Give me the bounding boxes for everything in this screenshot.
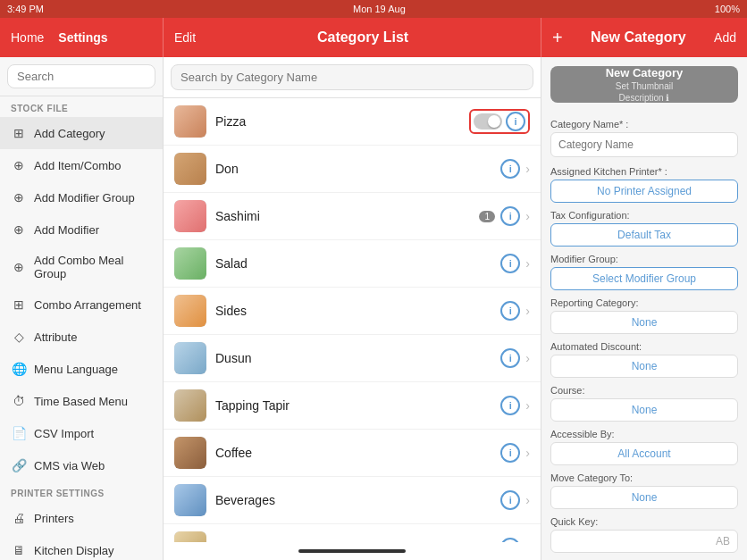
sidebar-label-printers: Printers (34, 512, 74, 525)
automated-discount-label: Automated Discount: (550, 341, 738, 352)
add-button[interactable]: Add (714, 30, 736, 45)
sidebar-item-csv-import[interactable]: 📄 CSV Import (0, 417, 163, 449)
category-list-title: Category List (317, 29, 408, 46)
sashimi-info-button[interactable]: i (500, 206, 520, 226)
quick-key-value[interactable]: AB (550, 530, 738, 553)
category-item-sashimi[interactable]: Sashimi 1 i › (164, 193, 541, 240)
middle-search-container (164, 57, 541, 98)
sidebar-item-add-combo-meal-group[interactable]: ⊕ Add Combo Meal Group (0, 246, 163, 288)
modifier-group-label: Modifier Group: (550, 254, 738, 264)
don-thumb (174, 153, 206, 185)
category-search-input[interactable] (171, 64, 533, 90)
sidebar-item-add-modifier[interactable]: ⊕ Add Modifier (0, 213, 163, 246)
sashimi-thumb (174, 200, 206, 232)
course-label: Course: (550, 385, 738, 396)
no-printer-assigned-button[interactable]: No Printer Assigned (550, 180, 738, 203)
edit-button[interactable]: Edit (174, 30, 196, 45)
coffee-info-button[interactable]: i (500, 443, 520, 463)
category-item-don[interactable]: Don i › (164, 146, 541, 193)
sidebar-label-add-modifier: Add Modifier (34, 223, 99, 237)
sashimi-actions: 1 i › (479, 206, 530, 226)
assigned-printer-label: Assigned Kitchen Printer* : (550, 166, 738, 177)
settings-button[interactable]: Settings (58, 30, 107, 45)
new-category-thumbnail[interactable]: New Category Set Thumbnail Description ℹ (550, 66, 738, 103)
top-nav-left: Home Settings (0, 18, 164, 57)
right-form: Category Name* : Assigned Kitchen Printe… (541, 112, 747, 560)
reporting-category-label: Reporting Category: (550, 297, 738, 308)
sidebar-item-add-item-combo[interactable]: ⊕ Add Item/Combo (0, 149, 163, 181)
printer-settings-label: PRINTER SETTINGS (0, 481, 163, 502)
select-modifier-group-button[interactable]: Select Modifier Group (550, 267, 738, 290)
category-item-sides[interactable]: Sides i › (164, 288, 541, 335)
sidebar-item-attribute[interactable]: ◇ Attribute (0, 321, 163, 353)
sidebar-item-time-based-menu[interactable]: ⏱ Time Based Menu (0, 385, 163, 417)
sidebar-label-time-based-menu: Time Based Menu (34, 395, 128, 408)
pizza-toggle-area: i (469, 109, 530, 134)
plus-circle-icon: ⊕ (11, 157, 27, 173)
category-item-coffee[interactable]: Coffee i › (164, 430, 541, 477)
sidebar-item-cms-via-web[interactable]: 🔗 CMS via Web (0, 449, 163, 481)
move-category-value[interactable]: None (550, 486, 738, 509)
automated-discount-value[interactable]: None (550, 355, 738, 378)
new-category-thumbnail-label: New Category (606, 66, 684, 79)
top-nav-middle: Edit Category List (164, 18, 541, 57)
sidebar-item-printers[interactable]: 🖨 Printers (0, 502, 163, 534)
dusun-info-button[interactable]: i (500, 348, 520, 368)
tapping-tapir-chevron: › (525, 398, 530, 413)
plus-circle-icon-4: ⊕ (11, 259, 27, 275)
sidebar-label-csv-import: CSV Import (34, 427, 94, 440)
new-category-title: New Category (591, 29, 686, 46)
sidebar-item-menu-language[interactable]: 🌐 Menu Language (0, 353, 163, 385)
doc-icon: 📄 (11, 425, 27, 441)
default-tax-button[interactable]: Default Tax (550, 223, 738, 247)
sidebar-item-kitchen-display[interactable]: 🖥 Kitchen Display (0, 534, 163, 560)
salad-thumb (174, 247, 206, 280)
pizza-toggle[interactable] (474, 113, 502, 130)
move-category-label: Move Category To: (550, 472, 738, 483)
category-item-dusun[interactable]: Dusun i › (164, 335, 541, 382)
don-chevron: › (525, 162, 530, 176)
sidebar-item-add-category[interactable]: ⊞ Add Category (0, 117, 163, 149)
tapping-tapir-info-button[interactable]: i (500, 396, 520, 415)
don-info-button[interactable]: i (500, 159, 520, 179)
coffee-thumb (174, 437, 206, 469)
new-category-plus-button[interactable]: + (552, 28, 563, 48)
sidebar-label-add-category: Add Category (34, 127, 105, 140)
stock-file-label: STOCK FILE (0, 96, 163, 117)
category-item-beverages[interactable]: Beverages i › (164, 477, 541, 524)
don-actions: i › (500, 159, 530, 179)
category-list: Pizza i Don i › (164, 98, 541, 542)
sidebar: STOCK FILE ⊞ Add Category ⊕ Add Item/Com… (0, 57, 164, 560)
sidebar-item-combo-arrangement[interactable]: ⊞ Combo Arrangement (0, 288, 163, 321)
beverages-chevron: › (525, 493, 530, 507)
accessible-by-value[interactable]: All Account (550, 442, 738, 465)
clock-icon: ⏱ (11, 393, 27, 409)
coffee-name: Coffee (215, 446, 500, 460)
home-button[interactable]: Home (11, 30, 44, 45)
salad-name: Salad (215, 256, 500, 271)
set-thumbnail-label: Set Thumbnail (616, 81, 673, 91)
tapping-tapir-name: Tapping Tapir (215, 398, 500, 413)
beverages-actions: i › (500, 490, 530, 510)
scroll-indicator-container (164, 542, 541, 560)
category-item-sourdough[interactable]: Sourdough i › (164, 524, 541, 542)
category-item-pizza[interactable]: Pizza i (164, 98, 541, 146)
salad-info-button[interactable]: i (500, 254, 520, 273)
beverages-info-button[interactable]: i (500, 490, 520, 510)
plus-circle-icon-3: ⊕ (11, 221, 27, 238)
coffee-actions: i › (500, 443, 530, 463)
category-name-input[interactable] (550, 132, 738, 157)
sides-info-button[interactable]: i (500, 301, 520, 321)
course-value[interactable]: None (550, 398, 738, 422)
search-input[interactable] (7, 64, 155, 88)
sidebar-search-container (0, 57, 163, 96)
category-item-tapping-tapir[interactable]: Tapping Tapir i › (164, 382, 541, 430)
sides-thumb (174, 295, 206, 327)
category-item-salad[interactable]: Salad i › (164, 240, 541, 288)
dusun-chevron: › (525, 351, 530, 365)
sides-chevron: › (525, 304, 530, 318)
sidebar-item-add-modifier-group[interactable]: ⊕ Add Modifier Group (0, 181, 163, 213)
reporting-category-value[interactable]: None (550, 311, 738, 334)
pizza-info-button[interactable]: i (506, 112, 525, 131)
globe-icon: 🌐 (11, 361, 27, 377)
